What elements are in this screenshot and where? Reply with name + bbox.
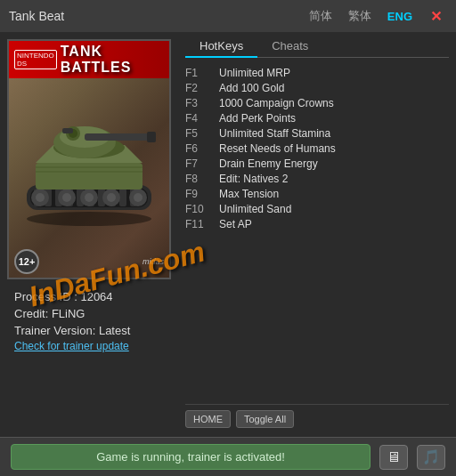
cheat-key: F2: [185, 82, 214, 94]
cheat-name: Add Perk Points: [219, 112, 296, 125]
tab-cheats[interactable]: Cheats: [257, 36, 322, 57]
cheat-row: F7Drain Enemy Energy: [185, 156, 449, 171]
cheat-key: F7: [185, 157, 214, 170]
cheat-name: Reset Needs of Humans: [219, 142, 336, 155]
svg-rect-32: [62, 128, 73, 133]
right-panel: HotKeys Cheats F1Unlimited MRPF2Add 100 …: [178, 32, 456, 437]
svg-point-18: [85, 193, 94, 202]
cheat-row: F2Add 100 Gold: [185, 80, 449, 95]
cheat-row: F11Set AP: [185, 216, 449, 231]
tank-graphic: [9, 87, 169, 230]
svg-point-0: [27, 212, 151, 226]
svg-rect-28: [85, 133, 156, 141]
cheat-row: F6Reset Needs of Humans: [185, 141, 449, 156]
midas-logo: midas: [142, 257, 164, 266]
toggle-all-button[interactable]: Toggle All: [236, 410, 294, 428]
game-title-text: TANK BATTLES: [61, 44, 164, 76]
trainer-update-link[interactable]: Check for trainer update: [14, 340, 129, 352]
cheat-name: Unlimited MRP: [219, 67, 290, 79]
credit-value: FLiNG: [52, 307, 86, 320]
music-icon[interactable]: 🎵: [417, 445, 445, 470]
cheat-key: F9: [185, 188, 214, 200]
cheat-row: F1Unlimited MRP: [185, 65, 449, 80]
cheat-row: F4Add Perk Points: [185, 110, 449, 125]
cheat-name: Edit: Natives 2: [219, 173, 288, 185]
cheat-key: F4: [185, 112, 214, 125]
cheat-name: Unlimited Staff Stamina: [219, 127, 330, 140]
cheat-row: F9Max Tension: [185, 186, 449, 201]
version-value: Latest: [99, 324, 130, 337]
process-label: Process ID :: [14, 290, 77, 303]
main-area: NINTENDODS TANK BATTLES: [0, 32, 456, 476]
version-label: Trainer Version:: [14, 324, 95, 337]
cheat-row: F5Unlimited Staff Stamina: [185, 125, 449, 141]
tab-hotkeys[interactable]: HotKeys: [185, 36, 257, 58]
cheat-row: F31000 Campaign Crowns: [185, 95, 449, 110]
svg-point-20: [107, 193, 116, 202]
cheat-row: F10Unlimited Sand: [185, 201, 449, 216]
svg-point-14: [36, 193, 45, 202]
svg-point-22: [134, 193, 142, 202]
cheat-name: Max Tension: [219, 188, 279, 200]
nintendo-ds-logo: NINTENDODS: [14, 50, 57, 69]
game-image-area: NINTENDODS TANK BATTLES: [0, 32, 178, 437]
toggle-row: HOME Toggle All: [185, 404, 449, 433]
cheat-key: F10: [185, 203, 214, 215]
cheat-key: F6: [185, 142, 214, 155]
svg-rect-11: [119, 189, 126, 206]
cheat-name: Drain Enemy Energy: [219, 157, 318, 170]
cheat-key: F8: [185, 173, 214, 185]
svg-rect-29: [147, 132, 156, 142]
lang-traditional-button[interactable]: 繁体: [345, 6, 375, 26]
tabs: HotKeys Cheats: [185, 36, 449, 58]
game-title-bar: NINTENDODS TANK BATTLES: [9, 41, 169, 78]
credit-label: Credit:: [14, 307, 48, 320]
lang-simple-button[interactable]: 简体: [305, 6, 336, 26]
close-button[interactable]: ✕: [425, 6, 447, 27]
status-bar: Game is running, trainer is activated! 🖥…: [0, 437, 456, 476]
game-image-bottom: 12+ midas: [9, 246, 169, 278]
cheat-name: Unlimited Sand: [219, 203, 291, 215]
game-cover: NINTENDODS TANK BATTLES: [7, 39, 171, 279]
cheat-key: F11: [185, 218, 214, 230]
bottom-info: Process ID : 12064 Credit: FLiNG Trainer…: [7, 279, 171, 356]
monitor-icon[interactable]: 🖥: [379, 445, 408, 470]
cheat-name: 1000 Campaign Crowns: [219, 97, 334, 109]
cheat-name: Add 100 Gold: [219, 82, 284, 94]
home-button[interactable]: HOME: [185, 410, 231, 428]
cheat-key: F5: [185, 127, 214, 140]
status-message: Game is running, trainer is activated!: [11, 444, 370, 470]
rating-badge: 12+: [14, 249, 39, 274]
app-title: Tank Beat: [9, 9, 297, 23]
title-bar: Tank Beat 简体 繁体 ENG ✕: [0, 0, 456, 32]
svg-point-16: [62, 193, 71, 202]
lang-eng-button[interactable]: ENG: [384, 8, 416, 25]
cheats-list: F1Unlimited MRPF2Add 100 GoldF31000 Camp…: [185, 65, 449, 404]
cheat-key: F1: [185, 67, 214, 79]
content-row: NINTENDODS TANK BATTLES: [0, 32, 456, 437]
process-value: 12064: [80, 290, 112, 303]
cheat-row: F8Edit: Natives 2: [185, 171, 449, 186]
cheat-key: F3: [185, 97, 214, 109]
cheat-name: Set AP: [219, 218, 252, 230]
